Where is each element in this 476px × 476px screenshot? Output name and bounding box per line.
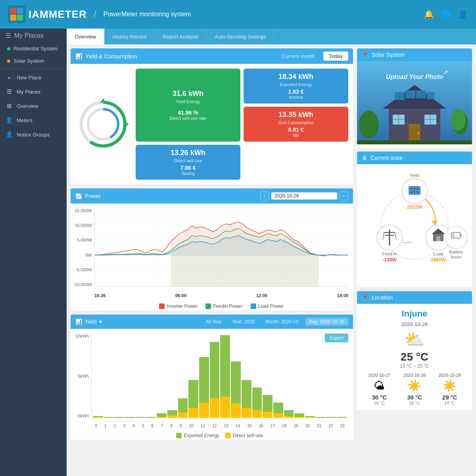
tab-history-record[interactable]: History Record [104,29,155,44]
bar-exported-13 [231,361,241,403]
bar-exported-2 [114,417,124,418]
yield-bar-tab-day[interactable]: Day: 2020-10-26 [305,318,348,326]
legend-color-exported [176,433,182,438]
globe-icon[interactable]: 🌐 [441,10,451,19]
date-input[interactable] [271,192,337,200]
legend-inverter: Inverter Power [159,303,198,309]
svg-point-31 [418,132,420,134]
location-card: 📍 Location Injune 2020-10-26 ⛅ 25 °C 15 … [357,291,472,410]
bar-exported-19 [294,413,304,416]
bar-item-17 [273,334,283,418]
tab-report-analysis[interactable]: Report Analysis [155,29,207,44]
bar-direct-7 [167,415,177,418]
bar-exported-12 [220,335,230,397]
bar-exported-14 [242,380,251,408]
svg-text:Battery: Battery [449,250,463,254]
sidebar: ☰ My Places Residential System Solar Sys… [0,29,67,476]
notice-icon: 👤 [6,131,13,138]
bar-item-14 [242,334,251,418]
bar-item-0 [93,334,103,418]
bar-item-12 [220,334,230,418]
bar-chart-inner [91,334,348,418]
bar-direct-8 [178,413,188,418]
bar-direct-12 [220,397,230,418]
bar-item-4 [136,334,146,418]
weather-forecast-row: 2020-10-27 🌤 30 °C 16 °C 2020-10-28 ☀️ 3… [362,373,467,405]
meters-icon: 👤 [6,117,13,124]
svg-text:Feed-in: Feed-in [382,251,397,256]
next-date-button[interactable]: › [340,192,348,200]
sidebar-notice-groups[interactable]: 👤 Notice Groups [0,127,67,142]
svg-point-19 [359,111,379,138]
current-state-icon: 🖥 [362,155,367,161]
sidebar-item-residential[interactable]: Residential System [0,42,67,55]
sidebar-new-place[interactable]: + New Place [0,71,67,84]
tab-auto-sending[interactable]: Auto-Sending Settings [207,29,274,44]
user-icon[interactable]: 👤 [458,10,468,19]
dot-yellow-icon [7,60,10,63]
logo-box [8,6,25,23]
sidebar-overview[interactable]: ⊞ Overview [0,99,67,113]
forecast-day-3: 2020-10-29 ☀️ 29 °C 14 °C [439,373,461,405]
yield-tab-today[interactable]: Today [323,52,348,61]
tab-bar: Overview History Record Report Analysis … [67,29,476,44]
bar-exported-23 [337,417,347,418]
yield-bar-tab-month[interactable]: Month: 2020-10 [261,318,303,326]
weather-main-icon: ⛅ [362,330,467,349]
yield-header: 📊 Yield & Consumption Current month Toda… [71,48,353,64]
bar-direct-17 [273,413,283,418]
header-subtitle: PowerMeter monitoring system [104,11,191,18]
bar-item-5 [146,334,156,418]
current-state-card: 🖥 Current state [357,152,472,287]
current-state-content: Yield 2522W [357,164,472,287]
power-chart-legend: Inverter Power Feedin Power Load Power [94,303,348,309]
direct-self-use-box: 13.26 kWh Direct self-use 7.96 € Saving [136,145,240,180]
chart-x-labels: 10-26 06:00 12:00 18:00 [94,293,348,298]
svg-rect-3 [17,15,23,21]
bar-exported-8 [178,398,188,413]
location-date: 2020-10-26 [362,321,467,327]
dropdown-icon[interactable]: ▾ [99,319,102,325]
bar-item-15 [252,334,262,418]
yield-tab-current-month[interactable]: Current month [276,52,320,61]
yield-stats-grid: 31.6 kWh Yield Energy 41.96 % Direct sel… [136,69,348,180]
yield-bar-tab-year[interactable]: Year: 2020 [228,318,259,326]
sidebar-item-solar[interactable]: Solar System [0,55,67,67]
sidebar-my-places[interactable]: ☰ My Places [0,84,67,99]
bar-item-9 [188,334,198,418]
location-header: 📍 Location [357,291,472,304]
bar-direct-11 [210,398,220,418]
legend-color-load [251,303,256,309]
bar-exported-4 [136,417,146,418]
bar-item-18 [284,334,294,418]
bar-direct-10 [199,403,209,418]
chart-y-labels: 15,000W 10,000W 5,000W 0W -5,000W -10,00… [71,208,94,287]
bar-exported-15 [252,388,262,410]
bar-x-labels: 01234567891011121314151617181920212223 [91,424,348,428]
legend-feedin: Feedin Power [205,303,242,309]
location-icon: 📍 [362,52,369,58]
notification-icon[interactable]: 🔔 [424,10,434,19]
yield-circle-diagram [75,96,131,152]
forecast-day-1: 2020-10-27 🌤 30 °C 16 °C [368,373,390,405]
content-area: Overview History Record Report Analysis … [67,29,476,476]
location-content: Injune 2020-10-26 ⛅ 25 °C 15 °C ~ 25 °C … [357,304,472,410]
header-separator: / [94,9,96,19]
overview-icon: ⊞ [6,102,13,109]
svg-text:Yield: Yield [410,173,419,178]
prev-date-button[interactable]: ‹ [260,192,269,200]
sidebar-meters[interactable]: 👤 Meters [0,113,67,127]
solar-card-header: 📍 Solar System [357,48,472,61]
bar-item-11 [210,334,220,418]
logo-area: IAMMETER / PowerMeter monitoring system [8,6,191,23]
svg-text:None: None [451,255,462,259]
tab-overview[interactable]: Overview [67,29,104,44]
yield-bar-tab-all-year[interactable]: All Year [202,318,226,326]
grid-consumption-box: 13.35 kWh Grid Consumption 8.01 € Bill [244,107,348,142]
bar-exported-10 [199,357,209,402]
yield-header-left: 📊 Yield & Consumption [75,53,276,60]
svg-rect-38 [357,140,472,144]
bar-item-23 [337,334,347,418]
menu-icon: ☰ [6,32,11,39]
power-header: 📈 Power ‹ › [71,188,353,203]
